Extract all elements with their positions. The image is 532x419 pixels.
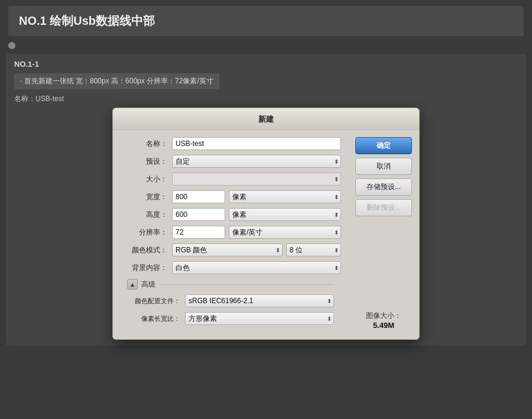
page-title: NO.1 绘制Usb数据线中部 <box>19 13 513 29</box>
height-row: 高度： 像素 厘米 英寸 毫米 <box>120 208 341 221</box>
name-input[interactable] <box>172 137 341 150</box>
step-id: NO.1-1 <box>14 60 518 69</box>
preset-select[interactable]: 自定 <box>172 155 341 168</box>
dialog-right: 确定 取消 存储预设... 删除预设... 图像大小： 5.49M <box>348 137 419 330</box>
ok-button[interactable]: 确定 <box>355 137 412 154</box>
pixel-ratio-label: 像素长宽比： <box>127 314 180 323</box>
save-preset-button[interactable]: 存储预设... <box>355 178 412 196</box>
color-depth-wrapper: 8 位 16 位 32 位 <box>286 243 341 256</box>
resolution-unit-select[interactable]: 像素/英寸 像素/厘米 <box>229 226 341 239</box>
image-size-value: 5.49M <box>355 321 412 330</box>
color-profile-wrapper: sRGB IEC61966-2.1 <box>185 294 334 307</box>
pixel-ratio-select[interactable]: 方形像素 <box>185 312 334 325</box>
resolution-unit-wrapper: 像素/英寸 像素/厘米 <box>229 226 341 239</box>
color-profile-select[interactable]: sRGB IEC61966-2.1 <box>185 294 334 307</box>
advanced-divider <box>159 284 334 285</box>
image-size-section: 图像大小： 5.49M <box>355 293 412 330</box>
color-mode-select[interactable]: RGB 颜色 CMYK 颜色 灰度 Lab 颜色 <box>172 243 283 256</box>
name-label: 名称： <box>120 139 167 149</box>
advanced-section: ▲ 高级 颜色配置文件： sRGB IEC61966-2.1 <box>127 279 334 325</box>
dialog-body: 名称： 预设： 自定 大小： <box>113 130 419 330</box>
resolution-input[interactable] <box>172 226 225 239</box>
title-bar: NO.1 绘制Usb数据线中部 <box>8 6 524 36</box>
height-unit-wrapper: 像素 厘米 英寸 毫米 <box>229 208 341 221</box>
delete-preset-button[interactable]: 删除预设... <box>355 199 412 216</box>
step-indicator <box>8 42 15 49</box>
resolution-label: 分辨率： <box>120 228 167 238</box>
preset-label: 预设： <box>120 157 167 167</box>
pixel-ratio-wrapper: 方形像素 <box>185 312 334 325</box>
width-row: 宽度： 像素 厘米 英寸 毫米 <box>120 190 341 203</box>
preset-row: 预设： 自定 <box>120 155 341 168</box>
advanced-toggle-button[interactable]: ▲ <box>127 279 138 290</box>
step-name: 名称：USB-test <box>14 94 518 104</box>
bg-content-wrapper: 白色 背景色 透明 <box>172 261 341 274</box>
width-inline: 像素 厘米 英寸 毫米 <box>172 190 341 203</box>
step-description: · 首先新建一张纸 宽：800px 高：600px 分辨率：72像素/英寸 <box>14 73 219 89</box>
bg-content-label: 背景内容： <box>120 263 167 273</box>
new-document-dialog: 新建 名称： 预设： 自定 <box>112 108 420 340</box>
image-size-label: 图像大小： <box>355 311 412 321</box>
height-input[interactable] <box>172 208 225 221</box>
color-mode-wrapper: RGB 颜色 CMYK 颜色 灰度 Lab 颜色 <box>172 243 283 256</box>
color-mode-label: 颜色模式： <box>120 245 167 255</box>
color-profile-row: 颜色配置文件： sRGB IEC61966-2.1 <box>127 294 334 307</box>
step-container: NO.1-1 · 首先新建一张纸 宽：800px 高：600px 分辨率：72像… <box>6 54 526 346</box>
color-mode-row: 颜色模式： RGB 颜色 CMYK 颜色 灰度 Lab 颜色 <box>120 243 341 256</box>
height-inline: 像素 厘米 英寸 毫米 <box>172 208 341 221</box>
bg-content-select[interactable]: 白色 背景色 透明 <box>172 261 341 274</box>
dialog-left: 名称： 预设： 自定 大小： <box>113 137 348 330</box>
size-select[interactable] <box>172 173 341 186</box>
advanced-label: 高级 <box>141 280 155 290</box>
color-profile-label: 颜色配置文件： <box>127 297 180 306</box>
width-unit-wrapper: 像素 厘米 英寸 毫米 <box>229 190 341 203</box>
height-unit-select[interactable]: 像素 厘米 英寸 毫米 <box>229 208 341 221</box>
name-row: 名称： <box>120 137 341 150</box>
dialog-area: 新建 名称： 预设： 自定 <box>14 108 518 340</box>
size-label: 大小： <box>120 174 167 184</box>
width-unit-select[interactable]: 像素 厘米 英寸 毫米 <box>229 190 341 203</box>
bg-content-row: 背景内容： 白色 背景色 透明 <box>120 261 341 274</box>
resolution-inline: 像素/英寸 像素/厘米 <box>172 226 341 239</box>
size-row: 大小： <box>120 173 341 186</box>
size-select-wrapper <box>172 173 341 186</box>
preset-select-wrapper: 自定 <box>172 155 341 168</box>
advanced-header: ▲ 高级 <box>127 279 334 290</box>
pixel-ratio-row: 像素长宽比： 方形像素 <box>127 312 334 325</box>
height-label: 高度： <box>120 210 167 220</box>
dialog-title: 新建 <box>113 108 419 130</box>
width-input[interactable] <box>172 190 225 203</box>
color-depth-select[interactable]: 8 位 16 位 32 位 <box>286 243 341 256</box>
cancel-button[interactable]: 取消 <box>355 158 412 175</box>
color-mode-double: RGB 颜色 CMYK 颜色 灰度 Lab 颜色 8 位 16 位 <box>172 243 341 256</box>
width-label: 宽度： <box>120 192 167 202</box>
resolution-row: 分辨率： 像素/英寸 像素/厘米 <box>120 226 341 239</box>
